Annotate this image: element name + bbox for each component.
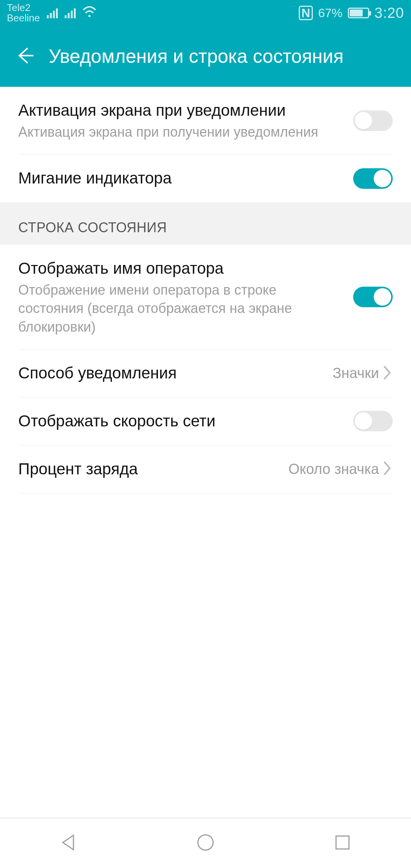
row-text: Мигание индикатора [18, 168, 353, 189]
battery-icon [348, 8, 369, 18]
clock: 3:20 [374, 5, 404, 21]
toggle-show-carrier[interactable] [353, 287, 393, 307]
row-title: Отображать скорость сети [18, 410, 342, 432]
row-battery-percent-mode[interactable]: Процент заряда Около значка [0, 445, 411, 493]
row-text: Процент заряда [18, 458, 288, 480]
svg-point-1 [198, 835, 213, 850]
nfc-icon: N [299, 6, 313, 20]
nav-home-button[interactable] [195, 832, 216, 854]
row-show-carrier[interactable]: Отображать имя оператора Отображение име… [0, 245, 411, 349]
settings-list: Активация экрана при уведомлении Активац… [0, 87, 411, 818]
row-subtitle: Отображение имени оператора в строке сос… [18, 281, 342, 337]
toggle-blink-indicator[interactable] [353, 168, 393, 189]
divider [18, 493, 393, 493]
row-title: Способ уведомления [18, 362, 321, 384]
chevron-right-icon [382, 460, 393, 478]
status-bar: Tele2 Beeline N 67% 3:20 [0, 0, 411, 26]
row-value: Значки [333, 365, 379, 381]
row-text: Активация экрана при уведомлении Активац… [18, 100, 353, 141]
battery-percent: 67% [318, 6, 342, 20]
nav-back-button[interactable] [58, 832, 79, 854]
toggle-show-net-speed[interactable] [353, 411, 393, 431]
row-blink-indicator[interactable]: Мигание индикатора [0, 155, 411, 202]
row-text: Отображать имя оператора Отображение име… [18, 258, 353, 336]
back-button[interactable] [15, 46, 35, 67]
chevron-right-icon [382, 365, 393, 382]
signal-icon-2 [65, 8, 76, 18]
toggle-screen-on-notify[interactable] [353, 110, 393, 131]
signal-icon-1 [47, 8, 58, 18]
navigation-bar [0, 818, 411, 868]
status-bar-right: N 67% 3:20 [299, 5, 404, 21]
row-value: Около значка [288, 461, 379, 477]
nav-recent-button[interactable] [332, 832, 353, 854]
page-title: Уведомления и строка состояния [49, 45, 344, 67]
section-header-status-bar: СТРОКА СОСТОЯНИЯ [0, 202, 411, 245]
app-bar: Уведомления и строка состояния [0, 26, 411, 87]
row-title: Процент заряда [18, 458, 277, 480]
row-subtitle: Активация экрана при получении уведомлен… [18, 123, 342, 142]
row-title: Отображать имя оператора [18, 258, 342, 279]
row-notification-method[interactable]: Способ уведомления Значки [0, 349, 411, 397]
wifi-icon [83, 6, 96, 20]
row-title: Мигание индикатора [18, 168, 342, 189]
row-show-net-speed[interactable]: Отображать скорость сети [0, 397, 411, 445]
svg-point-0 [88, 15, 91, 17]
status-bar-left: Tele2 Beeline [7, 3, 96, 24]
row-text: Способ уведомления [18, 362, 333, 384]
carrier-1: Tele2 [7, 3, 40, 13]
carrier-labels: Tele2 Beeline [7, 3, 40, 24]
row-screen-on-notify[interactable]: Активация экрана при уведомлении Активац… [0, 87, 411, 154]
row-text: Отображать скорость сети [18, 410, 353, 432]
svg-rect-2 [336, 836, 349, 849]
row-title: Активация экрана при уведомлении [18, 100, 342, 121]
screen: Tele2 Beeline N 67% 3:20 Уведомления и с… [0, 0, 411, 868]
carrier-2: Beeline [7, 13, 40, 23]
